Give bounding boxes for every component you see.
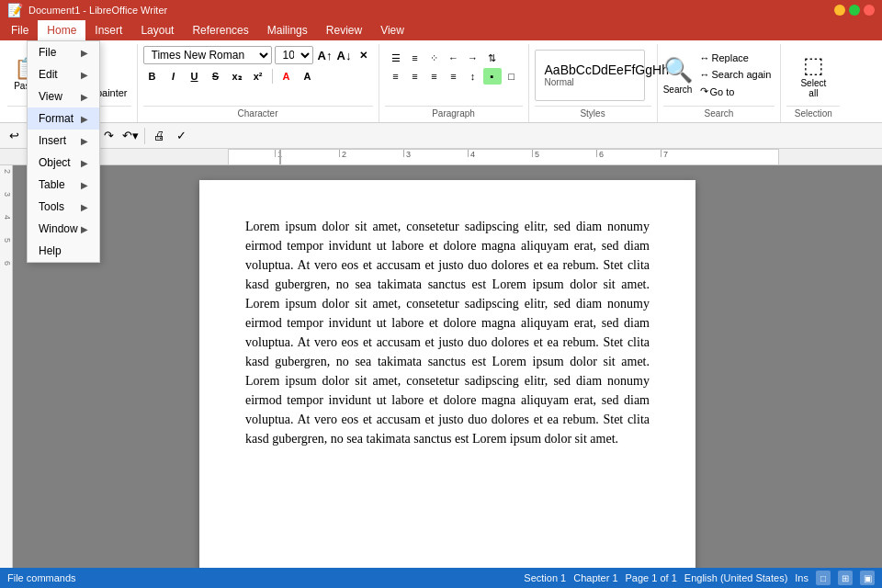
format-dropdown-menu: File ▶ Edit ▶ View ▶ Format ▶ Insert ▶ O… — [27, 40, 100, 263]
section-label: Section 1 — [524, 572, 566, 583]
minimize-button[interactable] — [834, 5, 845, 16]
status-icon-1[interactable]: □ — [816, 571, 831, 585]
new-button[interactable]: ↩ — [4, 126, 24, 146]
search-label: Search — [663, 106, 775, 120]
sort-button[interactable]: ⇅ — [483, 50, 502, 66]
menu-dropdown-edit[interactable]: Edit ▶ — [28, 63, 99, 85]
border-button[interactable]: □ — [503, 68, 521, 85]
replace-button[interactable]: ↔ Replace — [696, 51, 775, 65]
ruler-mark-4: 4 — [468, 150, 475, 157]
menu-layout[interactable]: Layout — [131, 20, 183, 40]
shrink-font-button[interactable]: A↓ — [335, 46, 354, 64]
menu-mailings[interactable]: Mailings — [258, 20, 317, 40]
character-label: Character — [143, 106, 373, 120]
align-justify-button[interactable]: ≡ — [445, 68, 463, 85]
menu-dropdown-tools[interactable]: Tools ▶ — [28, 196, 99, 218]
ruler-mark-2: 2 — [339, 150, 346, 157]
print-preview-button[interactable]: 🖨 — [149, 126, 169, 146]
select-all-icon: ⬚ — [803, 52, 824, 78]
left-panel: 2 3 4 5 6 — [0, 165, 13, 568]
list-bullet-button[interactable]: ☰ — [387, 50, 405, 66]
normal-style-box[interactable]: AaBbCcDdEeFfGgHh Normal — [535, 50, 645, 101]
highlight-button[interactable]: A — [299, 67, 317, 85]
font-name-selector[interactable]: Times New Roman — [143, 46, 272, 64]
menu-review[interactable]: Review — [317, 20, 371, 40]
search-button[interactable]: 🔍 Search — [663, 56, 693, 95]
align-left-button[interactable]: ≡ — [387, 68, 405, 85]
menu-dropdown-object[interactable]: Object ▶ — [28, 152, 99, 174]
ruler-mark-3: 3 — [403, 150, 411, 157]
menu-home[interactable]: Home — [38, 20, 85, 40]
paragraph-group: ☰ ≡ ⁘ ← → ⇅ ≡ ≡ ≡ ≡ ↕ ▪ □ Paragraph — [379, 44, 529, 122]
align-center-button[interactable]: ≡ — [406, 68, 424, 85]
close-button[interactable] — [864, 5, 875, 16]
line-spacing-button[interactable]: ↕ — [464, 68, 482, 85]
maximize-button[interactable] — [849, 5, 860, 16]
list-level-button[interactable]: ⁘ — [425, 50, 444, 66]
arrow-icon: ▶ — [81, 70, 88, 80]
app-icon: 📝 — [7, 3, 23, 17]
style-preview-text: AaBbCcDdEeFfGgHh — [545, 62, 635, 77]
menu-dropdown-format[interactable]: Format ▶ — [28, 107, 99, 130]
grow-font-button[interactable]: A↑ — [316, 46, 334, 64]
menu-dropdown-file[interactable]: File ▶ — [28, 41, 99, 63]
menu-view[interactable]: View — [371, 20, 413, 40]
line-num-1: 2 — [3, 169, 12, 174]
style-name-label: Normal — [545, 77, 635, 87]
clear-format-button[interactable]: ✕ — [355, 46, 373, 64]
italic-button[interactable]: I — [164, 67, 183, 85]
arrow-icon: ▶ — [81, 202, 88, 212]
page-label: Page 1 of 1 — [626, 572, 677, 583]
underline-button[interactable]: U — [186, 67, 204, 85]
file-commands-label: File commands — [7, 572, 76, 583]
bold-button[interactable]: B — [143, 67, 162, 85]
replace-icon: ↔ — [700, 52, 710, 63]
ruler-mark-5: 5 — [532, 150, 539, 157]
status-icon-2[interactable]: ⊞ — [838, 571, 853, 585]
search-icon: 🔍 — [663, 56, 693, 85]
decrease-indent-button[interactable]: ← — [445, 50, 463, 66]
font-color-button[interactable]: A — [277, 67, 296, 85]
toolbar-separator-2 — [144, 128, 145, 144]
status-icon-3[interactable]: ▣ — [860, 571, 875, 585]
strikethrough-button[interactable]: S — [207, 67, 225, 85]
arrow-icon: ▶ — [81, 48, 88, 58]
subscript-button[interactable]: x₂ — [228, 67, 246, 85]
select-all-button[interactable]: ⬚ Selectall — [797, 49, 830, 102]
ruler-mark-7: 7 — [661, 150, 668, 157]
menu-file[interactable]: File — [2, 20, 38, 40]
menu-dropdown-table[interactable]: Table ▶ — [28, 174, 99, 196]
goto-icon: ↷ — [700, 85, 708, 97]
ruler: 1 2 3 4 5 6 7 — [0, 149, 882, 165]
arrow-icon: ▶ — [81, 114, 88, 124]
list-number-button[interactable]: ≡ — [406, 50, 424, 66]
title-bar: 📝 Document1 - LibreOffice Writer — [0, 0, 882, 20]
status-bar: File commands Section 1 Chapter 1 Page 1… — [0, 568, 882, 588]
spell-check-button[interactable]: ✓ — [171, 126, 191, 146]
paragraph-label: Paragraph — [385, 106, 523, 120]
menu-references[interactable]: References — [183, 20, 257, 40]
search-again-button[interactable]: ↔ Search again — [696, 67, 775, 82]
goto-button[interactable]: ↷ Go to — [696, 84, 775, 99]
font-size-selector[interactable]: 10 — [275, 46, 313, 64]
line-num-3: 4 — [3, 215, 12, 220]
undo-list-button[interactable]: ↶▾ — [120, 126, 141, 146]
document-area[interactable]: Lorem ipsum dolor sit amet, consetetur s… — [13, 165, 882, 568]
align-right-button[interactable]: ≡ — [425, 68, 444, 85]
superscript-button[interactable]: x² — [249, 67, 267, 85]
menu-dropdown-view[interactable]: View ▶ — [28, 85, 99, 107]
menu-dropdown-window[interactable]: Window ▶ — [28, 218, 99, 240]
menu-dropdown-help[interactable]: Help — [28, 240, 99, 262]
status-bar-left: File commands — [7, 572, 76, 583]
menu-insert[interactable]: Insert — [85, 20, 131, 40]
redo-button[interactable]: ↷ — [98, 126, 119, 146]
increase-indent-button[interactable]: → — [464, 50, 482, 66]
shading-button[interactable]: ▪ — [483, 68, 502, 85]
document-text[interactable]: Lorem ipsum dolor sit amet, consetetur s… — [245, 217, 650, 448]
menu-dropdown-insert[interactable]: Insert ▶ — [28, 130, 99, 152]
arrow-icon: ▶ — [81, 136, 88, 146]
page[interactable]: Lorem ipsum dolor sit amet, consetetur s… — [199, 180, 695, 568]
mode-label: Ins — [795, 572, 808, 583]
character-group: Times New Roman 10 A↑ A↓ ✕ B I U S x₂ x² — [138, 44, 379, 122]
ruler-cursor — [279, 150, 281, 166]
